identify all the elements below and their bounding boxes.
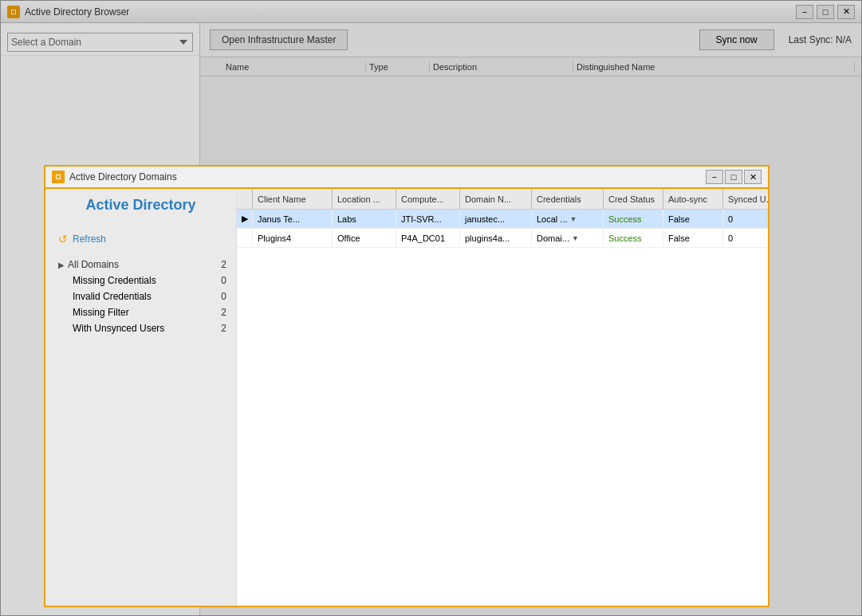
tree-unsynced-users-count: 2 xyxy=(211,323,226,334)
credentials-dropdown-icon[interactable]: ▼ xyxy=(570,215,577,223)
tree-arrow-icon: ▶ xyxy=(58,261,65,269)
row-location: Labs xyxy=(333,210,396,228)
refresh-label: Refresh xyxy=(73,233,106,245)
row-auto-sync: False xyxy=(663,210,723,228)
sidebar-tree: ▶ All Domains 2 Missing Credentials 0 In… xyxy=(52,257,230,336)
col-hdr-cred-status[interactable]: Cred Status xyxy=(604,189,663,209)
row-arrow: ▶ xyxy=(237,210,253,228)
row-auto-sync: False xyxy=(663,229,723,247)
svg-rect-5 xyxy=(57,175,60,179)
tree-missing-creds-count: 0 xyxy=(211,275,226,286)
refresh-icon: ↺ xyxy=(58,233,68,245)
tree-invalid-credentials[interactable]: Invalid Credentials 0 xyxy=(69,288,230,304)
dialog-table-body: ▶ Janus Te... Labs JTI-SVR... janustec..… xyxy=(237,210,768,606)
tree-missing-creds-label: Missing Credentials xyxy=(73,275,211,286)
refresh-button[interactable]: ↺ Refresh xyxy=(52,233,230,245)
dialog-table-header: Client Name Location ... Compute... Doma… xyxy=(237,189,768,210)
col-hdr-synced-users[interactable]: Synced U... xyxy=(723,189,768,209)
tree-missing-filter-count: 2 xyxy=(211,307,226,318)
tree-all-domains-count: 2 xyxy=(211,259,226,270)
dialog-sidebar-heading: Active Directory xyxy=(52,197,230,220)
row-arrow xyxy=(237,229,253,247)
col-hdr-auto-sync[interactable]: Auto-sync xyxy=(663,189,723,209)
col-hdr-arrow[interactable] xyxy=(237,189,253,209)
row-synced-users: 0 xyxy=(723,229,768,247)
table-row[interactable]: ▶ Janus Te... Labs JTI-SVR... janustec..… xyxy=(237,210,768,229)
dialog-body: Active Directory ↺ Refresh ▶ All Domains… xyxy=(45,189,768,606)
row-domain-name: plugins4a... xyxy=(460,229,532,247)
dialog-titlebar: Active Directory Domains − □ ✕ xyxy=(45,167,768,189)
tree-all-domains-label: All Domains xyxy=(68,259,211,270)
row-computer: JTI-SVR... xyxy=(396,210,460,228)
col-hdr-client-name[interactable]: Client Name xyxy=(253,189,333,209)
credentials-dropdown-icon[interactable]: ▼ xyxy=(572,234,579,242)
dialog-sidebar: Active Directory ↺ Refresh ▶ All Domains… xyxy=(45,189,237,606)
col-hdr-location[interactable]: Location ... xyxy=(333,189,396,209)
tree-with-unsynced-users[interactable]: With Unsynced Users 2 xyxy=(69,320,230,336)
dialog-table-area: Client Name Location ... Compute... Doma… xyxy=(237,189,768,606)
tree-invalid-creds-label: Invalid Credentials xyxy=(73,291,211,302)
col-hdr-credentials[interactable]: Credentials xyxy=(532,189,604,209)
dialog-maximize-button[interactable]: □ xyxy=(725,170,742,184)
table-row[interactable]: Plugins4 Office P4A_DC01 plugins4a... Do… xyxy=(237,229,768,248)
row-cred-status: Success xyxy=(604,210,663,228)
tree-missing-filter-label: Missing Filter xyxy=(73,307,211,318)
dialog-window-controls: − □ ✕ xyxy=(706,170,762,184)
tree-missing-filter[interactable]: Missing Filter 2 xyxy=(69,304,230,320)
tree-children: Missing Credentials 0 Invalid Credential… xyxy=(55,273,230,336)
row-credentials: Local ... ▼ xyxy=(532,210,604,228)
ad-domains-dialog: Active Directory Domains − □ ✕ Active Di… xyxy=(44,165,770,607)
row-computer: P4A_DC01 xyxy=(396,229,460,247)
dialog-title: Active Directory Domains xyxy=(69,171,701,182)
row-synced-users: 0 xyxy=(723,210,768,228)
dialog-minimize-button[interactable]: − xyxy=(706,170,723,184)
tree-unsynced-users-label: With Unsynced Users xyxy=(73,323,211,334)
tree-all-domains[interactable]: ▶ All Domains 2 xyxy=(55,257,230,273)
row-client-name: Plugins4 xyxy=(253,229,333,247)
row-client-name: Janus Te... xyxy=(253,210,333,228)
dialog-icon xyxy=(52,171,65,183)
row-cred-status: Success xyxy=(604,229,663,247)
row-location: Office xyxy=(333,229,396,247)
dialog-close-button[interactable]: ✕ xyxy=(744,170,762,184)
row-credentials: Domai... ▼ xyxy=(532,229,604,247)
tree-invalid-creds-count: 0 xyxy=(211,291,226,302)
col-hdr-computer[interactable]: Compute... xyxy=(396,189,460,209)
tree-missing-credentials[interactable]: Missing Credentials 0 xyxy=(69,273,230,288)
col-hdr-domain-name[interactable]: Domain N... xyxy=(460,189,532,209)
row-domain-name: janustec... xyxy=(460,210,532,228)
